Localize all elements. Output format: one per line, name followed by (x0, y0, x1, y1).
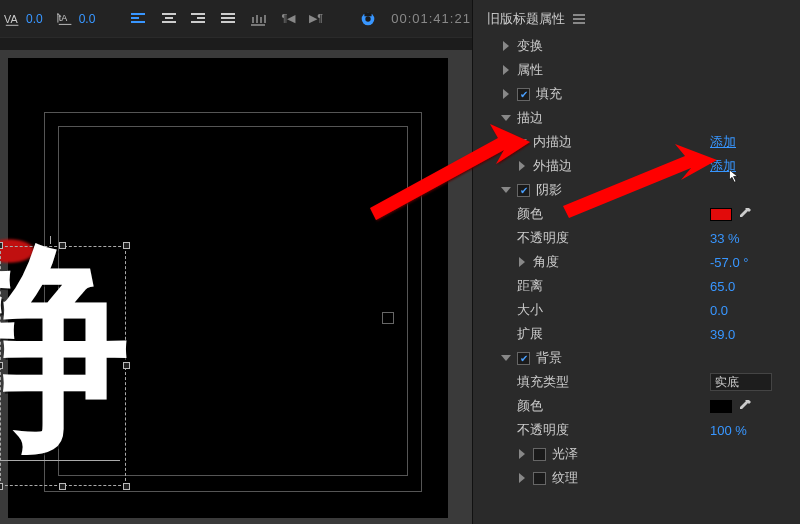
shadow-distance-value[interactable]: 65.0 (710, 279, 800, 294)
twirl-icon (517, 473, 527, 483)
add-inner-stroke-link[interactable]: 添加 (710, 133, 800, 151)
title-text: 静 (0, 238, 130, 458)
bg-opacity-row: 不透明度 100 % (473, 418, 800, 442)
panel-title: 旧版标题属性 (487, 10, 565, 28)
eyedropper-icon[interactable] (738, 399, 752, 413)
shadow-angle-row: 角度 -57.0 ° (473, 250, 800, 274)
texture-checkbox[interactable]: ✔ (533, 472, 546, 485)
group-label: 描边 (517, 109, 543, 127)
handle-br[interactable] (123, 483, 130, 490)
kerning-control[interactable]: VA 0.0 (4, 10, 43, 28)
shadow-angle-value[interactable]: -57.0 ° (710, 255, 800, 270)
distribute-button[interactable] (221, 10, 237, 28)
bg-opacity-value[interactable]: 100 % (710, 423, 800, 438)
fill-type-row: 填充类型 实底▾ (473, 370, 800, 394)
prop-label: 扩展 (517, 325, 543, 343)
twirl-icon (501, 89, 511, 99)
shadow-color-swatch[interactable] (710, 208, 732, 221)
twirl-icon (501, 185, 511, 195)
transform-group[interactable]: 变换 (473, 34, 800, 58)
fill-type-combo[interactable]: 实底▾ (710, 373, 772, 391)
twirl-icon (517, 449, 527, 459)
twirl-icon (517, 257, 527, 267)
baseline-value[interactable]: 0.0 (79, 12, 96, 26)
twirl-icon (501, 113, 511, 123)
paragraph-icon: ¶◀ (281, 12, 295, 25)
timecode[interactable]: 00:01:41:21 (391, 11, 471, 26)
twirl-icon (517, 161, 527, 171)
stroke-group[interactable]: 描边 (473, 106, 800, 130)
fill-type-value: 实底 (715, 374, 739, 391)
prop-label: 大小 (517, 301, 543, 319)
shadow-group[interactable]: ✔阴影 (473, 178, 800, 202)
center-mark (382, 312, 394, 324)
outer-stroke-row: 外描边 添加 (473, 154, 800, 178)
show-video-toggle[interactable] (359, 10, 377, 28)
group-label: 属性 (517, 61, 543, 79)
handle-ml[interactable] (0, 362, 3, 369)
align-right-button[interactable] (191, 10, 207, 28)
shadow-opacity-value[interactable]: 33 % (710, 231, 800, 246)
group-label: 阴影 (536, 181, 562, 199)
prop-label: 填充类型 (517, 373, 569, 391)
fill-checkbox[interactable]: ✔ (517, 88, 530, 101)
handle-tm[interactable] (59, 242, 66, 249)
baseline-icon: tA (57, 10, 75, 28)
sheen-row[interactable]: ✔光泽 (473, 442, 800, 466)
legacy-title-properties-panel: 旧版标题属性 变换 属性 ✔填充 描边 内描边 添加 外描边 添加 ✔阴影 颜色… (472, 0, 800, 524)
twirl-icon (501, 65, 511, 75)
add-outer-stroke-link[interactable]: 添加 (710, 157, 800, 175)
bg-color-row: 颜色 (473, 394, 800, 418)
texture-row[interactable]: ✔纹理 (473, 466, 800, 490)
shadow-spread-value[interactable]: 39.0 (710, 327, 800, 342)
show-para-right-button[interactable]: ▶¶ (309, 10, 323, 28)
prop-label: 颜色 (517, 397, 543, 415)
distribute-icon (221, 12, 237, 26)
shadow-color-row: 颜色 (473, 202, 800, 226)
show-para-left-button[interactable]: ¶◀ (281, 10, 295, 28)
panel-menu-icon[interactable] (573, 14, 585, 24)
background-group[interactable]: ✔背景 (473, 346, 800, 370)
prop-label: 内描边 (533, 133, 572, 151)
handle-bm[interactable] (59, 483, 66, 490)
title-canvas[interactable]: 静 (0, 50, 472, 524)
align-center-button[interactable] (161, 10, 177, 28)
attributes-group[interactable]: 属性 (473, 58, 800, 82)
baseline-tick (50, 236, 51, 244)
prop-label: 不透明度 (517, 421, 569, 439)
prop-label: 光泽 (552, 445, 578, 463)
group-label: 背景 (536, 349, 562, 367)
text-baseline (0, 460, 120, 461)
shadow-spread-row: 扩展 39.0 (473, 322, 800, 346)
eye-clip-icon (359, 10, 377, 28)
align-left-button[interactable] (131, 10, 147, 28)
tab-icon (251, 12, 267, 26)
handle-tl[interactable] (0, 242, 3, 249)
handle-tr[interactable] (123, 242, 130, 249)
shadow-distance-row: 距离 65.0 (473, 274, 800, 298)
twirl-icon (501, 353, 511, 363)
svg-rect-4 (365, 12, 372, 16)
kerning-value[interactable]: 0.0 (26, 12, 43, 26)
title-toolbar: VA 0.0 tA 0.0 ¶◀ ▶¶ 00:01:41:21 (0, 0, 472, 38)
baseline-control[interactable]: tA 0.0 (57, 10, 96, 28)
prop-label: 纹理 (552, 469, 578, 487)
prop-label: 颜色 (517, 205, 543, 223)
twirl-icon (517, 137, 527, 147)
background-checkbox[interactable]: ✔ (517, 352, 530, 365)
shadow-opacity-row: 不透明度 33 % (473, 226, 800, 250)
prop-label: 不透明度 (517, 229, 569, 247)
sheen-checkbox[interactable]: ✔ (533, 448, 546, 461)
fill-group[interactable]: ✔填充 (473, 82, 800, 106)
mouse-cursor-icon (728, 170, 744, 183)
tab-stops-button[interactable] (251, 10, 267, 28)
bg-color-swatch[interactable] (710, 400, 732, 413)
handle-mr[interactable] (123, 362, 130, 369)
handle-bl[interactable] (0, 483, 3, 490)
shadow-checkbox[interactable]: ✔ (517, 184, 530, 197)
prop-label: 距离 (517, 277, 543, 295)
eyedropper-icon[interactable] (738, 207, 752, 221)
prop-label: 外描边 (533, 157, 572, 175)
text-item[interactable]: 静 (0, 246, 126, 486)
shadow-size-value[interactable]: 0.0 (710, 303, 800, 318)
